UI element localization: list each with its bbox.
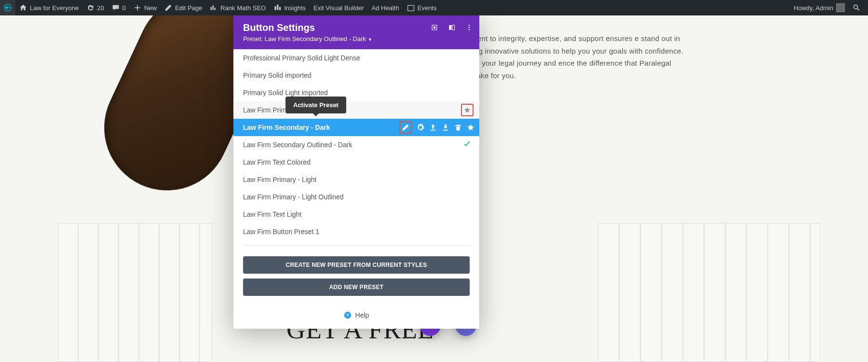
insights[interactable]: Insights xyxy=(270,0,310,15)
preset-actions xyxy=(399,121,475,134)
search[interactable] xyxy=(849,0,864,15)
wordpress-icon xyxy=(4,4,12,12)
preset-buttons: CREATE NEW PRESET FROM CURRENT STYLES AD… xyxy=(233,251,479,305)
rank-math-label: Rank Math SEO xyxy=(220,4,266,12)
svg-rect-7 xyxy=(434,27,435,28)
svg-rect-9 xyxy=(452,25,455,30)
preset-item[interactable]: Law Firm Text Light xyxy=(233,206,479,223)
ad-health-label: Ad Health xyxy=(372,4,399,12)
button-settings-modal: Button Settings Preset: Law Firm Seconda… xyxy=(233,15,479,329)
events-label: Events xyxy=(418,4,437,12)
check-icon xyxy=(463,140,471,149)
help-icon: ? xyxy=(344,311,352,319)
bars-icon xyxy=(273,4,281,12)
add-preset-button[interactable]: ADD NEW PRESET xyxy=(243,278,470,296)
comment-icon xyxy=(112,4,120,12)
svg-rect-1 xyxy=(407,5,414,11)
ad-health[interactable]: Ad Health xyxy=(368,0,403,15)
preset-selector[interactable]: Preset: Law Firm Secondary Outlined - Da… xyxy=(243,35,470,42)
comments[interactable]: 0 xyxy=(108,0,130,15)
trash-icon[interactable] xyxy=(454,124,462,131)
site-name-label: Law for Everyone xyxy=(30,4,79,12)
preset-item[interactable]: Law Firm Primary - Light Outlined xyxy=(233,188,479,206)
pencil-icon xyxy=(164,4,172,12)
preset-item-selected[interactable]: Law Firm Secondary - Dark xyxy=(233,119,479,136)
updates[interactable]: 20 xyxy=(82,0,108,15)
column-image-right xyxy=(598,223,820,362)
wp-logo[interactable] xyxy=(0,0,15,15)
star-icon xyxy=(464,107,471,113)
site-name[interactable]: Law for Everyone xyxy=(15,0,82,15)
default-star-button[interactable] xyxy=(461,104,474,116)
user-menu[interactable]: Howdy, Admin xyxy=(790,0,849,15)
pencil-icon xyxy=(402,124,409,131)
home-icon xyxy=(19,4,27,12)
preset-item[interactable]: Primary Solid Light imported xyxy=(233,84,479,101)
edit-page[interactable]: Edit Page xyxy=(161,0,206,15)
divider xyxy=(243,245,470,246)
svg-point-2 xyxy=(854,5,857,9)
preset-item[interactable]: Law Firm Prima Activate Preset xyxy=(233,101,479,119)
create-preset-button[interactable]: CREATE NEW PRESET FROM CURRENT STYLES xyxy=(243,256,470,274)
svg-rect-8 xyxy=(449,25,451,30)
svg-point-11 xyxy=(469,27,470,28)
svg-text:?: ? xyxy=(346,312,349,318)
edit-page-label: Edit Page xyxy=(175,4,202,12)
new-label: New xyxy=(144,4,157,12)
caret-down-icon: ▼ xyxy=(368,37,372,42)
column-image-left xyxy=(58,223,212,362)
comments-count: 0 xyxy=(122,4,126,12)
avatar xyxy=(836,3,845,12)
preset-item-active[interactable]: Law Firm Secondary Outlined - Dark xyxy=(233,136,479,153)
preset-item[interactable]: Law Firm Button Preset 1 xyxy=(233,223,479,240)
preset-item[interactable]: Primary Solid imported xyxy=(233,67,479,84)
gear-icon[interactable] xyxy=(417,124,424,131)
new-content[interactable]: New xyxy=(130,0,161,15)
wp-admin-bar: Law for Everyone 20 0 New Edit Page Rank… xyxy=(0,0,868,15)
rank-math[interactable]: Rank Math SEO xyxy=(206,0,270,15)
refresh-icon xyxy=(86,4,94,12)
plus-icon xyxy=(134,4,141,12)
edit-preset-button[interactable] xyxy=(399,121,412,134)
snap-icon[interactable] xyxy=(448,24,455,31)
preset-item[interactable]: Law Firm Text Colored xyxy=(233,153,479,171)
svg-point-10 xyxy=(469,25,470,27)
preset-list: Professional Primary Solid Light Dense P… xyxy=(233,49,479,240)
upload-icon[interactable] xyxy=(429,124,437,131)
chart-icon xyxy=(210,4,217,12)
modal-header: Button Settings Preset: Law Firm Seconda… xyxy=(233,15,479,49)
more-icon[interactable] xyxy=(466,24,473,31)
download-icon[interactable] xyxy=(442,124,449,131)
exit-builder[interactable]: Exit Visual Builder xyxy=(310,0,368,15)
updates-count: 20 xyxy=(97,4,104,12)
insights-label: Insights xyxy=(284,4,306,12)
expand-icon[interactable] xyxy=(431,24,438,31)
exit-builder-label: Exit Visual Builder xyxy=(313,4,364,12)
howdy-label: Howdy, Admin xyxy=(794,4,833,12)
preset-item[interactable]: Law Firm Primary - Light xyxy=(233,171,479,188)
help-link[interactable]: ? Help xyxy=(233,305,479,329)
help-label: Help xyxy=(355,311,369,319)
calendar-icon xyxy=(407,4,415,12)
star-filled-icon[interactable] xyxy=(467,124,475,131)
search-icon xyxy=(853,4,860,12)
events[interactable]: Events xyxy=(403,0,441,15)
preset-item[interactable]: Professional Primary Solid Light Dense xyxy=(233,49,479,67)
tooltip-activate: Activate Preset xyxy=(285,97,346,113)
svg-point-12 xyxy=(469,29,470,30)
